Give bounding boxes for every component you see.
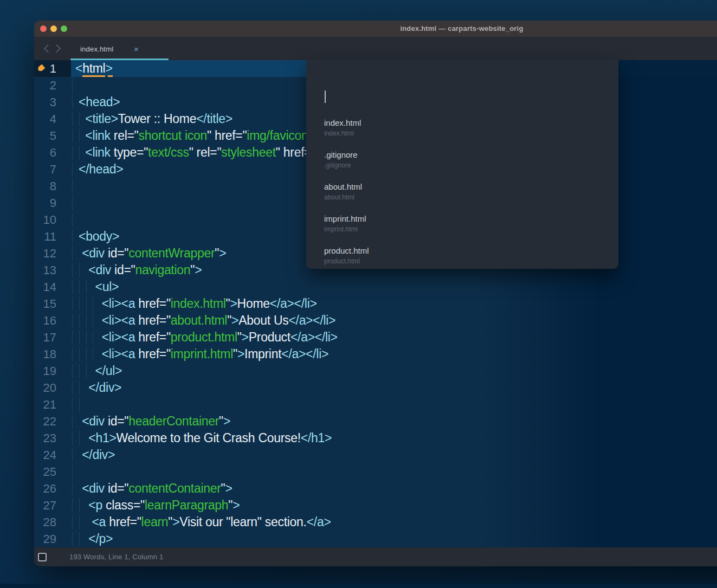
code-token: " — [227, 313, 231, 327]
indent-guide — [86, 297, 87, 311]
quick-open-item[interactable]: index.htmlindex.html — [324, 118, 361, 138]
indent-guide — [72, 347, 73, 361]
code-line-text[interactable]: <h1>Welcome to the Git Crash Course!</h1… — [71, 430, 717, 447]
line-number: 26 — [34, 480, 71, 497]
quick-open-item[interactable]: about.htmlabout.html — [324, 182, 362, 202]
code-token: " — [237, 330, 242, 344]
code-line[interactable]: 19 </ul> — [34, 363, 717, 379]
code-line[interactable]: 25 — [34, 463, 717, 480]
code-token: > — [195, 263, 202, 277]
code-token: learnParagraph — [145, 498, 228, 512]
indent-guide — [72, 431, 73, 445]
code-line-text[interactable]: <li><a href="product.html">Product</a></… — [71, 329, 717, 346]
indent-guide — [86, 364, 87, 378]
code-line[interactable]: 15 <li><a href="index.html">Home</a></li… — [34, 295, 717, 312]
indent-guide — [72, 146, 73, 159]
code-line[interactable]: 14 <ul> — [34, 279, 717, 295]
code-line-text[interactable] — [71, 463, 717, 480]
indent-guide — [79, 364, 80, 378]
indent-guide — [79, 499, 80, 512]
code-token: " — [168, 515, 172, 529]
code-token: > — [231, 313, 238, 327]
quick-open-item-path: index.html — [324, 130, 361, 138]
code-line[interactable]: 28 <a href="learn">Visit our "learn" sec… — [34, 514, 717, 531]
quick-open-item[interactable]: imprint.htmlimprint.html — [324, 214, 366, 234]
code-token: href=" — [135, 313, 171, 327]
line-number: 8 — [34, 178, 71, 195]
code-token: Home — [237, 296, 270, 311]
quick-open-item[interactable]: .gitignore.gitignore — [324, 150, 358, 170]
indent-guide — [72, 213, 73, 227]
indent-guide — [72, 163, 73, 176]
code-line-text[interactable]: </div> — [71, 379, 717, 396]
code-token: <div — [75, 414, 105, 428]
line-number: 2 — [34, 77, 71, 94]
code-line[interactable]: 22 <div id="headerContainer"> — [34, 413, 717, 430]
tab-close-icon[interactable]: × — [134, 37, 139, 60]
active-tab-underline — [70, 59, 169, 60]
code-line-text[interactable]: <ul> — [71, 279, 717, 295]
code-token: " rel=" — [189, 145, 222, 159]
code-line[interactable]: 16 <li><a href="about.html">About Us</a>… — [34, 312, 717, 329]
code-line[interactable]: 20 </div> — [34, 379, 717, 396]
code-token: href=" — [135, 330, 171, 344]
indent-guide — [72, 532, 73, 546]
code-line-text[interactable]: <a href="learn">Visit our "learn" sectio… — [71, 514, 717, 531]
tab-label: index.html — [80, 37, 113, 60]
code-line[interactable]: 24 </div> — [34, 447, 717, 463]
code-token: id=" — [105, 414, 128, 428]
code-line-text[interactable]: <p class="learnParagraph"> — [71, 497, 717, 514]
line-number: 13 — [34, 262, 71, 279]
indent-guide — [79, 347, 80, 361]
indent-guide — [79, 263, 80, 277]
code-line[interactable]: 18 <li><a href="imprint.html">Imprint</a… — [34, 346, 717, 363]
code-token: href=" — [106, 515, 141, 529]
code-line[interactable]: 17 <li><a href="product.html">Product</a… — [34, 329, 717, 346]
forward-icon[interactable] — [53, 44, 61, 53]
code-token: contentContainer — [128, 481, 221, 495]
code-token: <a — [75, 515, 106, 529]
code-token: about.html — [171, 313, 227, 327]
line-number: 9 — [34, 195, 71, 211]
macro-record-icon[interactable] — [38, 553, 47, 561]
desktop-edge — [0, 584, 717, 588]
line-number: 14 — [34, 279, 71, 295]
quick-open-item-path: product.html — [324, 257, 369, 266]
line-number: 1 — [34, 60, 71, 77]
code-line[interactable]: 23 <h1>Welcome to the Git Crash Course!<… — [34, 430, 717, 447]
code-line-text[interactable]: <li><a href="imprint.html">Imprint</a></… — [71, 346, 717, 363]
code-token: > — [232, 498, 240, 512]
code-line-text[interactable]: <li><a href="index.html">Home</a></li> — [71, 295, 717, 312]
code-line-text[interactable]: </ul> — [71, 363, 717, 379]
code-line-text[interactable] — [71, 396, 717, 413]
line-number: 20 — [34, 379, 71, 396]
window-title: index.html — carparts-website_orig — [34, 21, 717, 37]
code-token: </ul> — [75, 364, 122, 378]
quick-open-panel: index.htmlindex.html.gitignore.gitignore… — [306, 60, 618, 269]
quick-open-item-name: .gitignore — [324, 150, 358, 160]
indent-guide — [93, 314, 93, 327]
indent-guide — [79, 129, 80, 143]
code-line-text[interactable]: </div> — [71, 447, 717, 463]
code-token: text/css — [148, 145, 189, 159]
code-line-text[interactable]: <div id="headerContainer"> — [71, 413, 717, 430]
indent-guide — [86, 347, 87, 361]
indent-guide — [86, 331, 87, 344]
code-line-text[interactable]: </p> — [71, 531, 717, 547]
tab-index-html[interactable]: index.html × — [70, 37, 169, 60]
title-bar[interactable]: index.html — carparts-website_orig — [34, 21, 717, 37]
indent-guide — [79, 398, 80, 411]
code-line-text[interactable]: <div id="contentContainer"> — [71, 480, 717, 497]
code-line[interactable]: 27 <p class="learnParagraph"> — [34, 497, 717, 514]
code-line[interactable]: 21 — [34, 396, 717, 413]
back-icon[interactable] — [44, 44, 53, 53]
code-line[interactable]: 29 </p> — [34, 531, 717, 547]
code-token: <title> — [75, 112, 118, 126]
line-number: 17 — [34, 329, 71, 346]
code-token: </title> — [196, 112, 232, 126]
code-token: " — [233, 347, 237, 361]
quick-open-item[interactable]: product.htmlproduct.html — [324, 246, 369, 266]
code-line[interactable]: 26 <div id="contentContainer"> — [34, 480, 717, 497]
indent-guide — [72, 112, 73, 126]
code-line-text[interactable]: <li><a href="about.html">About Us</a></l… — [71, 312, 717, 329]
